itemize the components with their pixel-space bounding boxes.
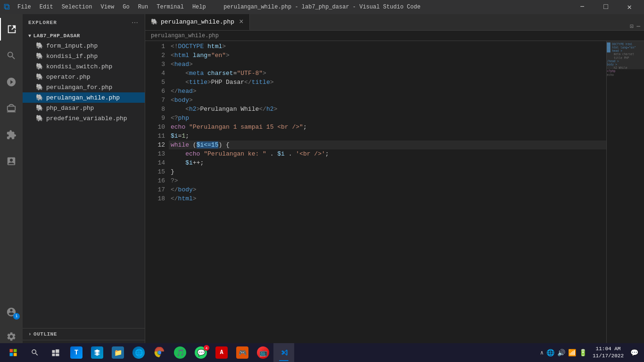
line-num-4: 4 — [145, 69, 165, 78]
code-content[interactable]: <!DOCTYPE html> <html lang="en"> <head> … — [169, 41, 606, 352]
tray-icon-2[interactable]: 🔊 — [556, 347, 566, 359]
taskbar-app-edge[interactable]: 🌐 — [128, 343, 149, 362]
folder-header[interactable]: ▼ LAB7_PHP_DASAR — [23, 31, 145, 41]
file-name: predefine_variable.php — [46, 115, 127, 122]
tray-up-arrow[interactable]: ∧ — [539, 347, 545, 358]
new-file-button[interactable]: ⋯ — [131, 18, 139, 27]
line-num-17: 17 — [145, 185, 165, 194]
menu-selection[interactable]: Selection — [58, 2, 96, 12]
file-item-php-dasar[interactable]: 🐘 php_dasar.php — [23, 103, 145, 113]
editor-area: 🐘 perulangan_while.php × ⊡ ⋯ perulangan_… — [145, 14, 644, 352]
task-view-button[interactable] — [45, 343, 66, 362]
activity-explorer[interactable] — [0, 18, 23, 41]
search-taskbar[interactable] — [25, 343, 45, 362]
tabs-bar: 🐘 perulangan_while.php × ⊡ ⋯ — [145, 14, 644, 31]
code-line-7: <body> — [169, 96, 606, 105]
code-line-11: $i=1; — [169, 132, 606, 140]
breadcrumb: perulangan_while.php — [145, 31, 644, 41]
php-file-icon: 🐘 — [36, 94, 43, 101]
close-button[interactable]: ✕ — [619, 0, 640, 14]
file-item-form-input[interactable]: 🐘 form_input.php — [23, 41, 145, 51]
taskbar-clock[interactable]: 11:04 AM 11/17/2022 — [589, 346, 627, 360]
taskbar-app-2[interactable] — [87, 343, 107, 362]
tab-label: perulangan_while.php — [161, 18, 234, 25]
menu-help[interactable]: Help — [189, 2, 210, 12]
code-line-15: } — [169, 167, 606, 176]
code-line-5: <title>PHP Dasar</title> — [169, 78, 606, 87]
line-num-2: 2 — [145, 51, 165, 60]
minimap-content: ██ DOCTYPE html ██ html lang="en" ██ hea… — [607, 41, 644, 78]
menu-view[interactable]: View — [97, 2, 118, 12]
line-num-8: 8 — [145, 105, 165, 114]
minimap: ██ DOCTYPE html ██ html lang="en" ██ hea… — [606, 41, 644, 352]
line-num-10: 10 — [145, 123, 165, 132]
activity-debug[interactable] — [0, 97, 23, 120]
outline-section[interactable]: › OUTLINE — [23, 328, 145, 340]
taskbar-app-5[interactable]: 🎮 — [232, 343, 253, 362]
line-num-15: 15 — [145, 167, 165, 176]
title-left: ⧉ File Edit Selection View Go Run Termin… — [4, 2, 210, 12]
file-item-perulangan-while[interactable]: 🐘 perulangan_while.php — [23, 92, 145, 103]
taskbar-app-6[interactable]: 📺 — [253, 343, 273, 362]
line-num-18: 18 — [145, 194, 165, 203]
tray-icon-3[interactable]: 📶 — [567, 347, 577, 359]
file-name: perulangan_for.php — [46, 84, 112, 91]
file-item-kondisi-if[interactable]: 🐘 kondisi_if.php — [23, 51, 145, 61]
line-num-3: 3 — [145, 60, 165, 69]
code-line-18: </html> — [169, 194, 606, 203]
line-num-14: 14 — [145, 158, 165, 167]
taskbar: T 📁 🌐 🎵 💬 4 A 🎮 📺 ∧ 🌐 🔊 📶 🔋 — [0, 343, 644, 362]
activity-test[interactable] — [0, 150, 23, 173]
file-name: operator.php — [46, 74, 91, 81]
menu-go[interactable]: Go — [119, 2, 133, 12]
maximize-button[interactable]: □ — [595, 0, 617, 14]
activity-account[interactable]: 1 — [0, 301, 23, 323]
php-file-icon: 🐘 — [36, 52, 43, 60]
taskbar-app-chrome[interactable] — [149, 343, 170, 362]
tray-icon-1[interactable]: 🌐 — [545, 347, 555, 359]
tab-close-button[interactable]: × — [239, 18, 244, 26]
menu-file[interactable]: File — [14, 2, 35, 12]
taskbar-vscode-active[interactable] — [273, 343, 294, 362]
code-line-8: <h2>Perulangan While</h2> — [169, 105, 606, 114]
menu-terminal[interactable]: Terminal — [153, 2, 188, 12]
activity-search[interactable] — [0, 44, 23, 67]
more-actions-button[interactable]: ⋯ — [636, 23, 640, 30]
activity-extensions[interactable] — [0, 123, 23, 146]
tab-perulangan-while[interactable]: 🐘 perulangan_while.php × — [145, 14, 250, 30]
taskbar-app-acrobat[interactable]: A — [211, 343, 232, 362]
split-editor-button[interactable]: ⊡ — [630, 23, 634, 30]
vscode-logo-icon: ⧉ — [4, 2, 10, 12]
file-name: kondisi_if.php — [46, 53, 98, 60]
file-item-perulangan-for[interactable]: 🐘 perulangan_for.php — [23, 82, 145, 92]
activity-git[interactable] — [0, 71, 23, 93]
notification-center[interactable]: 💬 — [628, 347, 640, 359]
taskbar-app-3[interactable]: 📁 — [107, 343, 128, 362]
code-editor[interactable]: 1 2 3 4 5 6 7 8 9 10 11 12 13 14 15 16 1… — [145, 41, 644, 352]
window-title: perulangan_while.php - lab7_php_dasar - … — [223, 4, 421, 10]
php-file-icon: 🐘 — [36, 73, 43, 81]
tab-file-icon: 🐘 — [151, 18, 158, 25]
system-tray: ∧ 🌐 🔊 📶 🔋 11:04 AM 11/17/2022 💬 — [539, 346, 642, 360]
code-line-1: <!DOCTYPE html> — [169, 42, 606, 51]
file-list: 🐘 form_input.php 🐘 kondisi_if.php 🐘 kond… — [23, 41, 145, 328]
menu-run[interactable]: Run — [134, 2, 152, 12]
line-num-16: 16 — [145, 176, 165, 185]
file-item-kondisi-switch[interactable]: 🐘 kondisi_switch.php — [23, 61, 145, 72]
file-item-operator[interactable]: 🐘 operator.php — [23, 72, 145, 82]
svg-rect-2 — [10, 353, 13, 356]
php-file-icon: 🐘 — [36, 63, 43, 70]
outline-arrow-icon: › — [28, 331, 32, 337]
line-num-6: 6 — [145, 87, 165, 96]
svg-rect-0 — [10, 349, 13, 353]
line-num-12: 12 — [145, 140, 165, 149]
tray-icon-4[interactable]: 🔋 — [578, 347, 588, 359]
line-numbers: 1 2 3 4 5 6 7 8 9 10 11 12 13 14 15 16 1… — [145, 41, 169, 352]
start-button[interactable] — [2, 343, 25, 362]
taskbar-app-spotify[interactable]: 🎵 — [170, 343, 190, 362]
taskbar-app-whatsapp[interactable]: 💬 4 — [190, 343, 211, 362]
file-item-predefine-variable[interactable]: 🐘 predefine_variable.php — [23, 113, 145, 123]
taskbar-app-1[interactable]: T — [66, 343, 87, 362]
minimize-button[interactable]: − — [571, 0, 593, 14]
menu-edit[interactable]: Edit — [36, 2, 57, 12]
